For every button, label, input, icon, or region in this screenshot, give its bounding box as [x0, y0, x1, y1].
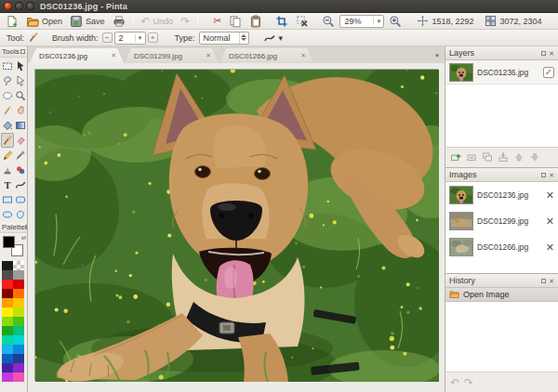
panel-collapse-icon[interactable]: [20, 49, 25, 54]
tab-overflow-icon[interactable]: [432, 52, 443, 59]
primary-color-swatch[interactable]: [3, 236, 15, 248]
tool-rectangle-select[interactable]: [1, 59, 14, 73]
tool-color-picker[interactable]: [14, 148, 27, 163]
tool-clone-stamp[interactable]: [1, 163, 14, 177]
swap-colors-icon[interactable]: ⇄: [21, 235, 26, 241]
tool-paintbrush[interactable]: [1, 133, 14, 148]
brush-width-input[interactable]: 2 ▾: [114, 32, 146, 45]
palette-color-swatch[interactable]: [13, 280, 24, 289]
palette-color-swatch[interactable]: [2, 270, 13, 280]
palette-color-swatch[interactable]: [2, 317, 13, 326]
image-row-DSC01236.jpg[interactable]: DSC01236.jpg: [445, 182, 558, 208]
tab-DSC01266.jpg[interactable]: DSC01266.jpg: [219, 48, 313, 63]
brush-width-increase-button[interactable]: +: [148, 33, 158, 43]
palette-color-swatch[interactable]: [13, 270, 24, 280]
merge-layer-down-button[interactable]: [498, 151, 509, 164]
save-button[interactable]: Save: [67, 14, 108, 29]
tab-DSC01236.jpg[interactable]: DSC01236.jpg: [30, 48, 124, 63]
stroke-style-button[interactable]: ▾: [260, 31, 286, 46]
panel-undock-icon[interactable]: [541, 279, 546, 283]
tool-zoom[interactable]: [14, 88, 27, 103]
history-undo-icon[interactable]: ↶: [450, 377, 459, 388]
tool-eraser[interactable]: [14, 133, 27, 148]
deselect-button[interactable]: [293, 14, 312, 29]
tab-close-icon[interactable]: [206, 52, 211, 59]
print-button[interactable]: [110, 14, 128, 29]
image-row-DSC01299.jpg[interactable]: DSC01299.jpg: [445, 208, 558, 234]
titlebar[interactable]: DSC01236.jpg - Pinta: [0, 0, 558, 13]
type-combobox[interactable]: Normal: [199, 32, 249, 45]
palette-color-swatch[interactable]: [13, 326, 24, 335]
palette-color-swatch[interactable]: [2, 280, 13, 289]
close-button[interactable]: [4, 2, 12, 10]
panel-close-icon[interactable]: [549, 172, 554, 178]
layer-row[interactable]: DSC01236.jpg: [445, 60, 558, 85]
palette-color-swatch[interactable]: [2, 307, 13, 317]
palette-color-swatch[interactable]: [2, 354, 13, 363]
palette-color-swatch[interactable]: [2, 289, 13, 298]
panel-collapse-icon[interactable]: [25, 225, 27, 229]
open-button[interactable]: Open: [23, 14, 65, 29]
tool-ellipse-select[interactable]: [1, 88, 14, 103]
tool-text[interactable]: T: [1, 177, 14, 192]
palette-color-swatch[interactable]: [13, 345, 24, 354]
maximize-button[interactable]: [26, 2, 34, 10]
tool-move-selected[interactable]: [14, 59, 27, 73]
redo-button[interactable]: ↷: [178, 14, 193, 29]
palette-color-swatch[interactable]: [13, 261, 24, 270]
image-row-DSC01266.jpg[interactable]: DSC01266.jpg: [445, 234, 558, 260]
tool-pencil[interactable]: [1, 148, 14, 163]
panel-close-icon[interactable]: [549, 50, 554, 57]
tool-freeform-shape[interactable]: [14, 207, 27, 222]
tool-move-selection[interactable]: [14, 73, 27, 88]
tool-magic-wand[interactable]: [1, 103, 14, 118]
tool-line-curve[interactable]: [14, 177, 27, 192]
tool-recolor[interactable]: [14, 163, 27, 177]
move-layer-down-button[interactable]: [529, 151, 540, 164]
delete-layer-button[interactable]: [466, 151, 477, 164]
palette-color-swatch[interactable]: [13, 298, 24, 307]
canvas-image[interactable]: [34, 69, 438, 381]
close-image-icon[interactable]: [546, 189, 554, 202]
panel-undock-icon[interactable]: [541, 173, 546, 177]
duplicate-layer-button[interactable]: [482, 151, 493, 164]
palette-color-swatch[interactable]: [13, 372, 24, 382]
palette-color-swatch[interactable]: [2, 335, 13, 345]
tab-DSC01299.jpg[interactable]: DSC01299.jpg: [125, 48, 219, 63]
layer-visibility-checkbox[interactable]: [543, 67, 554, 78]
cut-button[interactable]: ✂: [210, 14, 224, 29]
tool-ellipse[interactable]: [1, 207, 14, 222]
paste-button[interactable]: [246, 14, 265, 29]
canvas-area[interactable]: [28, 63, 445, 392]
tab-close-icon[interactable]: [111, 52, 116, 59]
palette-color-swatch[interactable]: [13, 317, 24, 326]
palette-color-swatch[interactable]: [13, 289, 24, 298]
spinner-arrows-icon[interactable]: [239, 33, 248, 44]
palette-color-swatch[interactable]: [2, 298, 13, 307]
crop-to-selection-button[interactable]: [272, 14, 291, 29]
tab-close-icon[interactable]: [300, 52, 306, 59]
close-image-icon[interactable]: [546, 242, 554, 254]
zoom-level-combobox[interactable]: 29% ▾: [339, 15, 384, 28]
palette-color-swatch[interactable]: [13, 363, 24, 372]
zoom-in-button[interactable]: [386, 14, 405, 29]
palette-color-swatch[interactable]: [2, 363, 13, 372]
tool-rounded-rectangle[interactable]: [14, 192, 27, 207]
palette-color-swatch[interactable]: [2, 372, 13, 382]
palette-color-swatch[interactable]: [2, 261, 13, 270]
add-layer-button[interactable]: [450, 151, 461, 164]
minimize-button[interactable]: [15, 2, 23, 10]
palette-color-swatch[interactable]: [13, 335, 24, 345]
move-layer-up-button[interactable]: [513, 151, 525, 164]
tool-paint-bucket[interactable]: [1, 118, 14, 133]
tool-lasso-select[interactable]: [1, 73, 14, 88]
undo-button[interactable]: ↶ Undo: [139, 14, 177, 29]
panel-undock-icon[interactable]: [541, 51, 546, 56]
palette-color-swatch[interactable]: [13, 307, 24, 317]
new-image-button[interactable]: [3, 14, 21, 29]
palette-color-swatch[interactable]: [13, 354, 24, 363]
brush-width-decrease-button[interactable]: −: [102, 33, 113, 43]
palette-color-swatch[interactable]: [2, 345, 13, 354]
copy-button[interactable]: [226, 14, 245, 29]
history-redo-icon[interactable]: ↷: [464, 377, 473, 388]
